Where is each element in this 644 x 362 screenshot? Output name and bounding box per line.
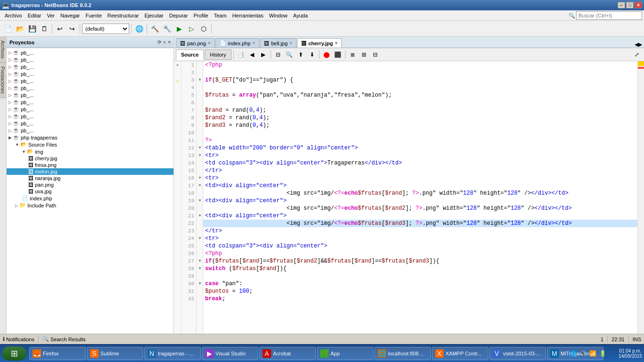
tree-item[interactable]: ▷☕pb_... [7, 63, 173, 70]
menu-profile[interactable]: Profile [191, 12, 211, 19]
fold-24[interactable]: ▼ [197, 235, 203, 242]
search-next-btn[interactable]: ⬇ [307, 49, 317, 60]
toggle-bookmarks-btn[interactable]: 📑 [236, 49, 246, 60]
tree-item[interactable]: ▼📂img [7, 148, 173, 155]
code-line-4[interactable] [203, 84, 637, 91]
fold-19[interactable]: ▼ [197, 197, 203, 205]
code-line-12[interactable]: <table width="200" border="0" align="cen… [203, 144, 637, 152]
taskbar-item-4[interactable]: AAcrobat [259, 347, 316, 360]
fold-13[interactable]: ▼ [197, 152, 203, 159]
tree-item[interactable]: ▷☕pb_... [7, 120, 173, 127]
tree-item[interactable]: ▷☕pb_... [7, 70, 173, 77]
minimize-btn[interactable]: ─ [618, 2, 625, 8]
tree-item[interactable]: ▷☕pb_... [7, 49, 173, 56]
tree-item[interactable]: ▷☕pb_... [7, 56, 173, 63]
code-line-7[interactable]: $rand = rand(0,4); [203, 107, 637, 114]
panel-menu-btn[interactable]: ≡ [163, 40, 166, 45]
save-btn[interactable]: 💾 [26, 23, 38, 34]
browser-btn[interactable]: 🌐 [133, 23, 145, 34]
navigate-back-btn[interactable]: ◀ [247, 49, 257, 60]
taskbar-item-6[interactable]: 🌐localhost:8080... [374, 347, 431, 360]
code-line-30[interactable]: case "pan": [203, 280, 637, 288]
tree-item[interactable]: ▷☕pb_... [7, 106, 173, 113]
fold-16[interactable]: ▼ [197, 174, 203, 182]
notifications-item[interactable]: ℹ Notifications [3, 336, 34, 342]
code-line-29[interactable] [203, 272, 637, 280]
fold-btn[interactable]: ⊟ [273, 49, 283, 60]
expand-all-btn[interactable]: ⊞ [359, 49, 369, 60]
editor-tab-bell-jpg[interactable]: 🖼bell.jpg× [260, 38, 297, 48]
code-line-6[interactable] [203, 99, 637, 107]
code-line-15[interactable]: </tr> [203, 167, 637, 174]
fold-17[interactable]: ▼ [197, 182, 203, 189]
save-all-btn[interactable]: 🗒 [39, 23, 50, 34]
code-line-18[interactable]: <img src="img/<?= echo $frutas[$rand]; ?… [203, 189, 637, 197]
code-line-19[interactable]: <td><div align="center"> [203, 197, 637, 205]
tab-close[interactable]: × [252, 41, 255, 46]
menu-navegar[interactable]: Navegar [58, 12, 83, 19]
tree-item[interactable]: 🖼fresa.png [7, 162, 173, 168]
menu-editar[interactable]: Editar [25, 12, 44, 19]
tab-history[interactable]: History [205, 49, 231, 60]
code-line-25[interactable]: <td colspan="3"><div align="center"> [203, 242, 637, 250]
code-line-17[interactable]: <td><div align="center"> [203, 182, 637, 189]
fold-3[interactable]: ▼ [197, 76, 203, 84]
menu-herramientas[interactable]: Herramientas [230, 12, 266, 19]
menu-ejecutar[interactable]: Ejecutar [141, 12, 166, 19]
tree-item[interactable]: 🖼uva.jpg [7, 188, 173, 195]
code-line-16[interactable]: <tr> [203, 174, 637, 182]
editor-tab-cherry-jpg[interactable]: 🖼cherry.jpg× [297, 38, 342, 48]
menu-ver[interactable]: Ver [44, 12, 58, 19]
clean-build-btn[interactable]: 🔧 [161, 23, 173, 34]
tab-source[interactable]: Source [176, 49, 204, 60]
code-line-14[interactable]: <td colspan="3"><div align="center">Trag… [203, 159, 637, 167]
taskbar-item-1[interactable]: SSublime [87, 347, 143, 360]
menu-window[interactable]: Window [266, 12, 290, 19]
code-line-28[interactable]: switch ($frutas[$rand]){ [203, 265, 637, 272]
fold-27[interactable]: ▼ [197, 257, 203, 265]
code-line-8[interactable]: $rand2 = rand(0,4); [203, 114, 637, 122]
taskbar-item-5[interactable]: 🌿App [317, 347, 373, 360]
run-btn[interactable]: ▶ [173, 23, 185, 34]
code-line-10[interactable] [203, 129, 637, 137]
code-line-23[interactable]: </tr> [203, 227, 637, 235]
tree-item[interactable]: ▷☕pb_... [7, 127, 173, 134]
code-line-21[interactable]: <td><div align="center"> [203, 212, 637, 220]
format-btn[interactable]: ≣ [347, 49, 358, 60]
fold-28[interactable]: ▼ [197, 265, 203, 272]
search-prev-btn[interactable]: ⬆ [296, 49, 306, 60]
code-line-11[interactable]: ?> [203, 137, 637, 144]
code-line-27[interactable]: if($frutas[$rand]==$frutas[$rand2]&&$fru… [203, 257, 637, 265]
menu-fuente[interactable]: Fuente [83, 12, 105, 19]
find-btn[interactable]: 🔍 [284, 49, 295, 60]
tree-item[interactable]: ▷📁Include Path [7, 202, 173, 209]
sync-btn[interactable]: ⟳ [157, 40, 161, 45]
tree-item[interactable]: 🖼cherry.jpg [7, 155, 173, 162]
tree-item[interactable]: ▷☕pb_... [7, 84, 173, 91]
collapse-all-btn[interactable]: ⊟ [370, 49, 380, 60]
tree-item[interactable]: ▷☕pb_... [7, 113, 173, 120]
code-line-1[interactable]: <?php [203, 61, 637, 69]
stop-btn[interactable]: ⬛ [333, 49, 343, 60]
tab-close[interactable]: × [335, 41, 338, 46]
menu-ayuda[interactable]: Ayuda [290, 12, 311, 19]
undo-btn[interactable]: ↩ [54, 23, 66, 34]
tree-item[interactable]: 🖼melon.jpg [7, 168, 173, 175]
menu-team[interactable]: Team [211, 12, 230, 19]
editor-tab-pan-png[interactable]: 🖼pan.png× [176, 38, 215, 48]
taskbar-item-0[interactable]: 🦊Firefox [29, 347, 86, 360]
tabs-expand-btn[interactable]: ◀▶ [635, 41, 642, 48]
code-line-3[interactable]: if($_GET["do"]=="jugar") { [203, 76, 637, 84]
tab-close[interactable]: × [289, 41, 292, 46]
code-line-9[interactable]: $rand3 = rand(0,4); [203, 122, 637, 129]
tree-item[interactable]: ▶☕php tragaperras [7, 134, 173, 141]
debug-btn[interactable]: ▷ [186, 23, 197, 34]
code-line-22[interactable]: <img src="img/<?= echo $frutas[$rand3]; … [203, 220, 637, 227]
prestaciones-tab[interactable]: Prestaciones [0, 63, 6, 98]
expand-window-btn[interactable]: ⤢ [632, 49, 642, 60]
editor-tab-index-php[interactable]: 📄index.php× [215, 38, 260, 48]
code-content[interactable]: <?php if($_GET["do"]=="jugar") { $frutas… [203, 61, 637, 334]
close-btn[interactable]: ✕ [635, 2, 642, 8]
open-btn[interactable]: 📂 [14, 23, 25, 34]
search-results-item[interactable]: 🔍 Search Results [42, 336, 86, 342]
